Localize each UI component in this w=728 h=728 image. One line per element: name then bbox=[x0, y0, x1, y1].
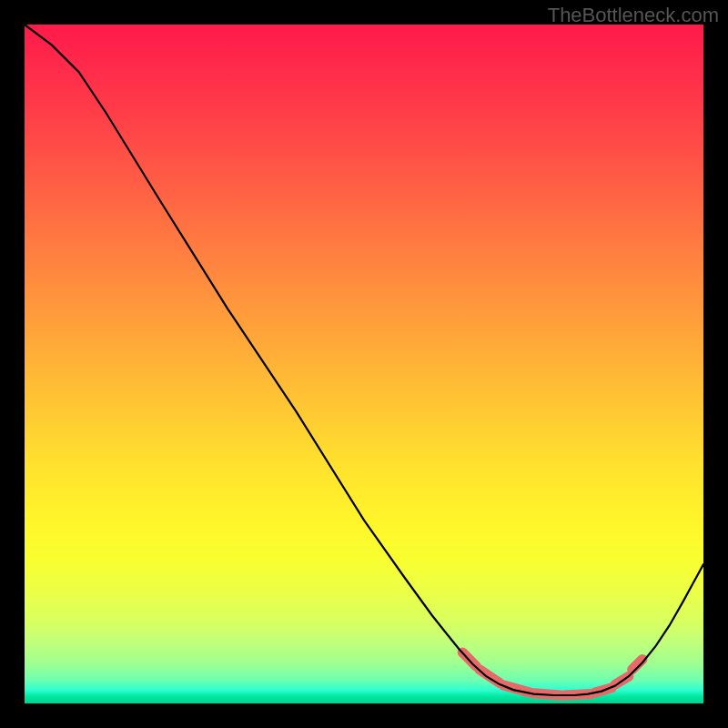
highlight-segment bbox=[480, 670, 500, 683]
bottleneck-curve bbox=[25, 25, 703, 695]
highlight-segments bbox=[462, 652, 642, 695]
watermark-text: TheBottleneck.com bbox=[548, 4, 719, 27]
plot-area bbox=[25, 25, 703, 703]
chart-svg bbox=[25, 25, 703, 703]
